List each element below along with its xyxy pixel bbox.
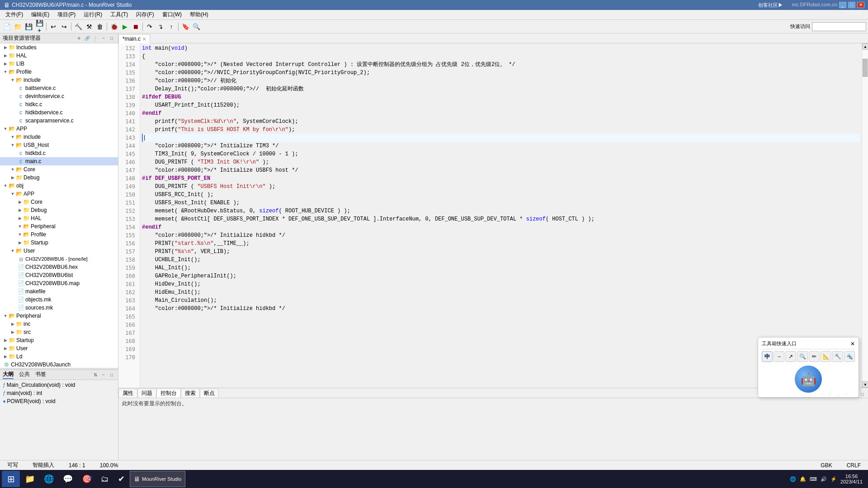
tree-toggle-obj-core[interactable]: ▶ — [17, 199, 23, 205]
tree-item-app-core[interactable]: ▼ 📂 Core — [0, 165, 118, 174]
status-line-ending[interactable]: CRLF — [843, 462, 864, 469]
tree-item-lst[interactable]: 📄 CH32V208WBU6lst — [0, 271, 118, 279]
tree-item-sourcesmk[interactable]: 📄 sources.mk — [0, 304, 118, 312]
tree-item-hex[interactable]: 📄 CH32V208WBU6.hex — [0, 263, 118, 271]
tree-toggle-ld[interactable]: ▶ — [3, 354, 8, 359]
status-zoom[interactable]: 100.0% — [96, 462, 122, 469]
run-button[interactable]: ▶ — [120, 22, 130, 32]
taskbar-mounriver[interactable]: 🖥 MounRiver Studio — [130, 471, 185, 487]
scroll-thumb[interactable] — [863, 59, 868, 77]
tree-toggle-hal[interactable]: ▶ — [3, 53, 8, 58]
menu-flash[interactable]: 闪存(F) — [132, 10, 157, 19]
outline-item-main-circulation[interactable]: ƒ Main_Circulation(void) : void — [0, 381, 118, 389]
tree-item-makefile[interactable]: 📄 makefile — [0, 287, 118, 296]
code-area[interactable]: int main(void){ "color:#008000;">/* (Nes… — [140, 43, 862, 388]
tree-item-peripheral-inc[interactable]: ▶ 📁 inc — [0, 320, 118, 328]
tree-item-user[interactable]: ▼ 📂 User — [0, 247, 118, 255]
tray-icon-3[interactable]: ⌨ — [810, 476, 817, 482]
tree-toggle-user-top[interactable]: ▶ — [3, 346, 8, 351]
tool-wrench-btn[interactable]: 🔧 — [832, 351, 843, 362]
outline-item-power[interactable]: ● POWER(void) : void — [0, 397, 118, 405]
link-editor-icon[interactable]: 🔗 — [84, 35, 91, 42]
tab-bookmark[interactable]: 书签 — [35, 371, 46, 379]
tree-toggle-lib[interactable]: ▶ — [3, 61, 8, 66]
menu-edit[interactable]: 编辑(E) — [28, 10, 53, 19]
minimize-button[interactable]: _ — [839, 2, 846, 8]
tab-console[interactable]: 控制台 — [156, 389, 181, 398]
debug-button[interactable]: 🐞 — [109, 22, 119, 32]
step-over-button[interactable]: ↷ — [145, 22, 155, 32]
bottom-maximize-icon[interactable]: □ — [859, 390, 866, 398]
tree-item-obj-app[interactable]: ▼ 📂 APP — [0, 190, 118, 198]
save-all-button[interactable]: 💾+ — [34, 22, 44, 32]
undo-button[interactable]: ↩ — [48, 22, 58, 32]
tree-toggle-app-core[interactable]: ▼ — [10, 167, 15, 172]
tree-toggle-user[interactable]: ▼ — [10, 248, 15, 253]
tree-toggle-peripheral-src[interactable]: ▶ — [10, 329, 15, 335]
tray-icon-4[interactable]: 🔊 — [821, 476, 827, 482]
tool-edit-btn[interactable]: ✏ — [809, 351, 820, 362]
tree-toggle-obj-profile[interactable]: ▼ — [17, 232, 23, 237]
tray-icon-5[interactable]: ⚡ — [830, 476, 837, 482]
outline-item-main[interactable]: ƒ main(void) : int — [0, 389, 118, 397]
tree-toggle-obj-startup[interactable]: ▶ — [17, 240, 23, 245]
tree-item-devinfoservice[interactable]: c devinfoservice.c — [0, 92, 118, 100]
tree-item-app[interactable]: ▼ 📂 APP — [0, 125, 118, 133]
tree-item-peripheral[interactable]: ▼ 📂 Peripheral — [0, 312, 118, 320]
step-out-button[interactable]: ↑ — [166, 22, 176, 32]
tree-toggle-startup[interactable]: ▶ — [3, 338, 8, 343]
scroll-down-btn[interactable]: ▼ — [862, 381, 868, 388]
menu-window[interactable]: 窗口(W) — [159, 10, 185, 19]
tab-breakpoints[interactable]: 断点 — [200, 389, 219, 398]
taskbar-app3[interactable]: 🗂 — [97, 471, 113, 487]
tool-arrow-button[interactable]: → — [774, 351, 784, 362]
menu-file[interactable]: 文件(F) — [2, 10, 27, 19]
tab-search[interactable]: 搜索 — [181, 389, 200, 398]
tool-search-btn[interactable]: 🔍 — [797, 351, 808, 362]
tree-toggle-peripheral[interactable]: ▼ — [3, 313, 8, 319]
status-input-method[interactable]: 智能插入 — [29, 461, 58, 469]
minimize-outline-icon[interactable]: − — [100, 371, 107, 379]
tree-item-obj-core[interactable]: ▶ 📁 Core — [0, 198, 118, 206]
tree-item-elf[interactable]: ▤ CH32V208WBU6 - [none/le] — [0, 255, 118, 263]
tree-toggle-peripheral-inc[interactable]: ▶ — [10, 321, 15, 327]
tab-problems[interactable]: 问题 — [137, 389, 156, 398]
tab-public[interactable]: 公共 — [19, 371, 30, 379]
step-into-button[interactable]: ↴ — [156, 22, 165, 32]
stop-button[interactable]: ⏹ — [131, 22, 141, 32]
tree-toggle-profile[interactable]: ▼ — [3, 69, 8, 75]
taskbar-app1[interactable]: 💬 — [59, 471, 77, 487]
maximize-panel-icon[interactable]: □ — [108, 35, 115, 42]
status-readonly[interactable]: 可写 — [4, 461, 22, 469]
bookmark-button[interactable]: 🔖 — [180, 22, 190, 32]
tab-outline[interactable]: 大纲 — [3, 371, 14, 379]
tree-toggle-app-debug[interactable]: ▶ — [10, 175, 15, 180]
status-position[interactable]: 146 : 1 — [65, 462, 89, 469]
tree-item-main[interactable]: c main.c — [0, 157, 118, 165]
tree-item-map[interactable]: 📄 CH32V208WBU6.map — [0, 279, 118, 287]
minimize-panel-icon[interactable]: − — [100, 35, 107, 42]
tree-toggle-app-include[interactable]: ▼ — [10, 134, 15, 140]
status-encoding[interactable]: GBK — [817, 462, 835, 469]
tree-item-app-debug[interactable]: ▶ 📁 Debug — [0, 174, 118, 182]
tree-item-obj-startup[interactable]: ▶ 📁 Startup — [0, 239, 118, 247]
tree-item-hidkbd[interactable]: c hidkbd.c — [0, 149, 118, 157]
save-button[interactable]: 💾 — [24, 22, 33, 32]
tree-item-includes[interactable]: ▶ 📁 Includes — [0, 43, 118, 52]
tree-item-profile[interactable]: ▼ 📂 Profile — [0, 68, 118, 76]
build-all-button[interactable]: ⚒ — [84, 22, 94, 32]
tree-toggle-obj-peripheral[interactable]: ▼ — [17, 224, 23, 229]
tree-item-hidkc[interactable]: c hidkc.c — [0, 100, 118, 108]
search-button[interactable]: 🔍 — [191, 22, 201, 32]
redo-button[interactable]: ↪ — [59, 22, 69, 32]
close-floating-icon[interactable]: ✕ — [850, 341, 855, 347]
tree-item-usb-host[interactable]: ▼ 📂 USB_Host — [0, 141, 118, 149]
tree-item-ld[interactable]: ▶ 📁 Ld — [0, 352, 118, 361]
dfrobot-link[interactable]: 创客社区▶ — [758, 2, 783, 9]
menu-help[interactable]: 帮助(H) — [186, 10, 212, 19]
tab-properties[interactable]: 属性 — [118, 389, 137, 398]
tree-item-objectsmk[interactable]: 📄 objects.mk — [0, 296, 118, 304]
taskbar-app2[interactable]: 🎯 — [78, 471, 96, 487]
tree-item-lib[interactable]: ▶ 📁 LIB — [0, 60, 118, 68]
maximize-outline-icon[interactable]: □ — [108, 371, 115, 379]
